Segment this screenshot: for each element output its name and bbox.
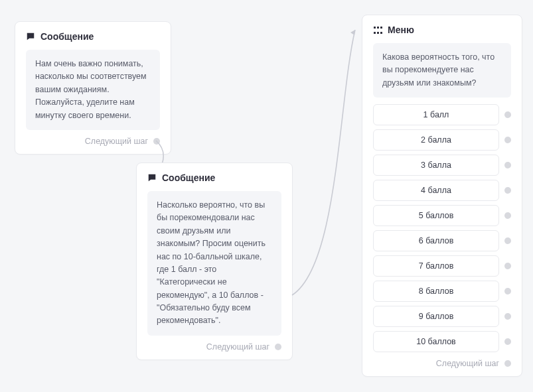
connector-out-dot[interactable] [275, 344, 281, 350]
option-button[interactable]: 5 баллов [373, 205, 499, 226]
menu-option: 3 балла [373, 155, 511, 176]
card-footer: Следующий шаг [26, 137, 160, 146]
card-title: Меню [388, 25, 414, 35]
menu-option: 7 баллов [373, 255, 511, 277]
menu-card[interactable]: Меню Какова вероятность того, что вы пор… [362, 15, 522, 377]
menu-grid-icon [373, 25, 382, 34]
option-button[interactable]: 10 баллов [373, 331, 499, 352]
menu-option: 1 балл [373, 104, 511, 125]
menu-option: 5 баллов [373, 205, 511, 226]
next-step-label: Следующий шаг [85, 137, 148, 146]
connector-dot[interactable] [504, 237, 511, 244]
card-body: Нам очень важно понимать, насколько мы с… [26, 50, 160, 130]
menu-option: 8 баллов [373, 281, 511, 302]
menu-option: 10 баллов [373, 331, 511, 352]
card-footer: Следующий шаг [147, 342, 281, 352]
card-header: Сообщение [26, 31, 160, 42]
menu-option: 4 балла [373, 180, 511, 201]
message-icon [26, 32, 35, 41]
message-card-2[interactable]: Сообщение Насколько вероятно, что вы бы … [136, 163, 293, 360]
card-title: Сообщение [40, 31, 94, 42]
card-body: Какова вероятность того, что вы порекоме… [373, 43, 511, 98]
connector-dot[interactable] [504, 263, 511, 269]
card-title: Сообщение [162, 172, 215, 183]
connector-dot[interactable] [504, 212, 511, 219]
message-card-1[interactable]: Сообщение Нам очень важно понимать, наск… [15, 21, 171, 155]
option-button[interactable]: 1 балл [373, 104, 499, 125]
connector-dot[interactable] [504, 288, 511, 294]
connector-dot[interactable] [504, 187, 511, 194]
option-button[interactable]: 2 балла [373, 129, 499, 151]
option-button[interactable]: 9 баллов [373, 306, 499, 327]
next-step-label: Следующий шаг [436, 359, 499, 368]
option-button[interactable]: 4 балла [373, 180, 499, 201]
card-header: Меню [373, 25, 511, 35]
menu-option: 2 балла [373, 129, 511, 151]
connector-dot[interactable] [504, 313, 511, 320]
option-button[interactable]: 7 баллов [373, 255, 499, 277]
menu-option: 6 баллов [373, 230, 511, 251]
option-button[interactable]: 8 баллов [373, 281, 499, 302]
card-footer: Следующий шаг [373, 359, 511, 368]
option-button[interactable]: 6 баллов [373, 230, 499, 251]
connector-dot[interactable] [504, 162, 511, 168]
option-button[interactable]: 3 балла [373, 155, 499, 176]
connector-dot[interactable] [504, 338, 511, 345]
menu-option: 9 баллов [373, 306, 511, 327]
connector-out-dot[interactable] [153, 138, 160, 145]
menu-options: 1 балл 2 балла 3 балла 4 балла 5 баллов … [373, 104, 511, 352]
card-body: Насколько вероятно, что вы бы порекоменд… [147, 191, 281, 336]
connector-out-dot[interactable] [504, 360, 511, 367]
card-header: Сообщение [147, 172, 281, 183]
connector-dot[interactable] [504, 111, 511, 118]
next-step-label: Следующий шаг [206, 342, 269, 352]
connector-dot[interactable] [504, 137, 511, 143]
message-icon [147, 173, 157, 182]
